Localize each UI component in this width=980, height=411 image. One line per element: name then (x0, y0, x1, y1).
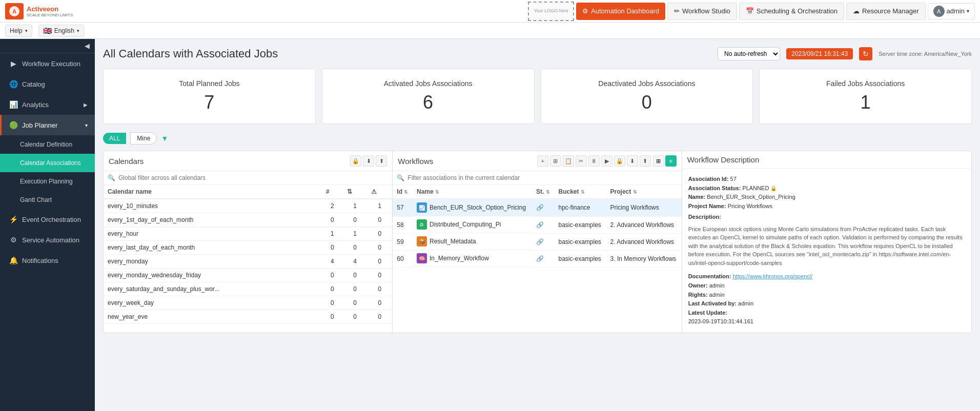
calendar-name-cell: every_monday (104, 255, 322, 269)
calendar-name-cell: every_last_day_of_each_month (104, 241, 322, 255)
view-list-btn[interactable]: ≡ (665, 155, 677, 167)
sidebar-item-execution-planning[interactable]: Execution Planning (0, 172, 95, 191)
language-menu-btn[interactable]: 🇬🇧 English ▾ (38, 25, 84, 37)
admin-menu-btn[interactable]: A admin ▾ (928, 3, 975, 19)
table-row[interactable]: 57📈Bench_EUR_Stock_Option_Pricing🔗hpc-fi… (393, 199, 681, 216)
workflow-search-bar: 🔍 (393, 171, 681, 185)
sidebar-item-calendar-definition[interactable]: Calendar Definition (0, 135, 95, 154)
wf-tool-down-btn[interactable]: ⬇ (627, 155, 638, 167)
auto-refresh-select[interactable]: No auto-refresh (718, 47, 780, 60)
wf-icon: 📈 (417, 202, 427, 213)
calendar-link-cell: 0 (343, 282, 367, 296)
resource-manager-nav-btn[interactable]: ☁ Resource Manager (846, 3, 926, 20)
sidebar-item-job-planner[interactable]: 🟢 Job Planner ▾ (0, 115, 95, 135)
table-row[interactable]: every_hour110 (104, 227, 392, 241)
calendar-hash-cell: 0 (322, 310, 343, 324)
table-row[interactable]: every_monday_wednesday_friday000 (104, 269, 392, 282)
sidebar-item-calendar-associations[interactable]: Calendar Associations (0, 154, 95, 172)
calendar-hash-cell: 0 (322, 213, 343, 227)
wf-tool-add-btn[interactable]: + (537, 155, 548, 167)
sidebar-item-workflow-execution[interactable]: ▶ Workflow Execution (0, 53, 95, 74)
wf-link-icon: 🔗 (536, 238, 544, 245)
automation-dashboard-icon: ⚙ (582, 7, 588, 15)
calendar-link-cell: 0 (343, 296, 367, 310)
calendar-hash-cell: 2 (322, 199, 343, 213)
wf-tool-play-btn[interactable]: ▶ (601, 155, 612, 167)
wf-link-icon: 🔗 (536, 204, 544, 211)
refresh-button[interactable]: ↻ (859, 47, 872, 60)
calendar-tool-download-btn[interactable]: ⬇ (363, 155, 374, 167)
wf-tool-pause-btn[interactable]: ⏸ (588, 155, 600, 167)
stat-card-activated: Activated Jobs Associations 6 (322, 69, 535, 124)
calendar-hash-cell: 0 (322, 269, 343, 282)
documentation-row: Documentation: https://www.khronos.org/o… (688, 272, 965, 281)
wf-tool-copy-btn[interactable]: 📋 (563, 155, 574, 167)
table-row[interactable]: 58⚙Distributed_Computing_Pi🔗basic-exampl… (393, 216, 681, 233)
calendar-hash-cell: 0 (322, 296, 343, 310)
wf-tool-grid-btn[interactable]: ⊞ (550, 155, 561, 167)
workflow-studio-nav-btn[interactable]: ✏ Workflow Studio (667, 3, 737, 20)
wf-name-cell: 📦Result_Metadata (413, 233, 532, 250)
table-row[interactable]: every_week_day000 (104, 296, 392, 310)
page-title: All Calendars with Associated Jobs (103, 47, 711, 60)
table-row[interactable]: every_monday440 (104, 255, 392, 269)
workflow-tools: + ⊞ 📋 ✂ ⏸ ▶ 🔒 ⬇ ⬆ (537, 155, 651, 167)
sidebar-item-gantt-chart[interactable]: Gantt Chart (0, 191, 95, 209)
view-grid-btn[interactable]: ⊞ (653, 155, 664, 167)
calendar-search-input[interactable] (118, 174, 388, 181)
your-logo-placeholder: Your LOGO here (528, 2, 574, 21)
calendar-tool-lock-btn[interactable]: 🔒 (350, 155, 361, 167)
wf-name-cell: ⚙Distributed_Computing_Pi (413, 216, 532, 233)
sidebar-item-catalog[interactable]: 🌐 Catalog (0, 74, 95, 94)
help-chevron-icon: ▾ (25, 28, 28, 33)
scheduling-orchestration-nav-btn[interactable]: 📅 Scheduling & Orchestration (739, 3, 844, 20)
filter-all-btn[interactable]: ALL (103, 133, 126, 144)
wf-project-cell: 2. Advanced Workflows (606, 233, 682, 250)
wf-icon: 📦 (417, 236, 427, 246)
main-content: All Calendars with Associated Jobs No au… (95, 39, 980, 411)
workflows-table: Id ⇅ Name ⇅ St. ⇅ Bucket ⇅ Project ⇅ 57📈… (393, 185, 681, 268)
sidebar-item-event-orchestration[interactable]: ⚡ Event Orchestration (0, 209, 95, 230)
table-row[interactable]: new_year_eve000 (104, 310, 392, 324)
wf-tool-up-btn[interactable]: ⬆ (640, 155, 651, 167)
admin-avatar: A (933, 6, 945, 17)
table-row[interactable]: 59📦Result_Metadata🔗basic-examples2. Adva… (393, 233, 681, 250)
wf-status-cell: 🔗 (532, 233, 554, 250)
filter-row: ALL Mine ▼ (103, 132, 972, 145)
wf-id-cell: 57 (393, 199, 413, 216)
sidebar-item-notifications[interactable]: 🔔 Notifications (0, 250, 95, 271)
language-chevron-icon: ▾ (77, 28, 79, 33)
calendar-link-cell: 0 (343, 310, 367, 324)
calendar-link-cell: 1 (343, 199, 367, 213)
calendar-warn-cell: 0 (367, 282, 392, 296)
calendar-warn-cell: 0 (367, 255, 392, 269)
wf-project-cell: 2. Advanced Workflows (606, 216, 682, 233)
table-row[interactable]: every_1st_day_of_each_month000 (104, 213, 392, 227)
filter-funnel-icon[interactable]: ▼ (161, 134, 168, 142)
sidebar: ◀ ▶ Workflow Execution 🌐 Catalog 📊 Analy… (0, 39, 95, 411)
help-menu-btn[interactable]: Help ▾ (5, 25, 32, 37)
sidebar-collapse-btn[interactable]: ◀ (0, 39, 95, 53)
table-row[interactable]: every_last_day_of_each_month000 (104, 241, 392, 255)
wf-tool-lock-btn[interactable]: 🔒 (614, 155, 625, 167)
analytics-chevron-icon: ▶ (84, 102, 88, 108)
sidebar-item-service-automation[interactable]: ⚙ Service Automation (0, 230, 95, 250)
workflow-description-panel: Workflow Description Association Id: 57 … (682, 151, 971, 333)
wf-tool-cut-btn[interactable]: ✂ (576, 155, 587, 167)
wf-bucket-cell: hpc-finance (555, 199, 606, 216)
table-row[interactable]: every_10_minutes211 (104, 199, 392, 213)
calendar-tool-upload-btn[interactable]: ⬆ (376, 155, 387, 167)
table-row[interactable]: 60🧠In_Memory_Workflow🔗basic-examples3. I… (393, 250, 681, 267)
collapse-icon: ◀ (85, 42, 90, 50)
wf-id-cell: 58 (393, 216, 413, 233)
table-row[interactable]: every_saturday_and_sunday_plus_wor...000 (104, 282, 392, 296)
workflow-search-icon: 🔍 (397, 174, 404, 181)
server-timezone-label: Server time zone: America/New_York (879, 51, 972, 57)
sidebar-item-analytics[interactable]: 📊 Analytics ▶ (0, 94, 95, 115)
automation-dashboard-nav-btn[interactable]: ⚙ Automation Dashboard (576, 3, 665, 20)
col-wf-name: Name ⇅ (413, 185, 532, 199)
workflow-search-input[interactable] (407, 174, 677, 181)
wf-status-cell: 🔗 (532, 199, 554, 216)
event-orchestration-icon: ⚡ (9, 215, 18, 224)
filter-mine-btn[interactable]: Mine (130, 132, 157, 145)
